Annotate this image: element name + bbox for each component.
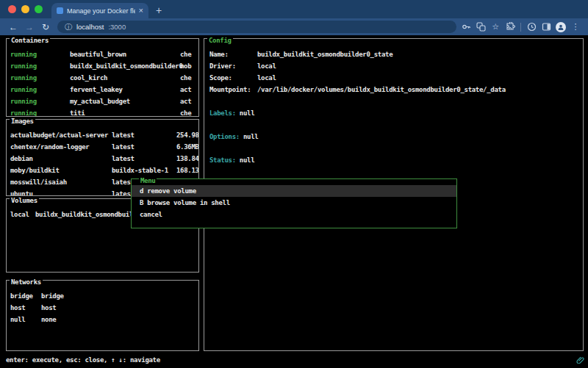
url-host: localhost: [76, 23, 104, 31]
config-field: Driver: local: [204, 60, 583, 72]
connection-link-icon: [576, 356, 584, 365]
menu-dots-icon[interactable]: ⋮: [569, 21, 582, 33]
translate-icon[interactable]: [474, 21, 487, 33]
config-extra: Status: null: [204, 154, 583, 166]
site-info-icon[interactable]: ⓘ: [65, 24, 72, 31]
tab-strip: Manage your Docker fleet wi × +: [0, 0, 588, 18]
status-bar: enter: execute, esc: close, ↑ ↓: navigat…: [6, 354, 160, 366]
zoom-window-button[interactable]: [35, 5, 43, 13]
menu-item-browse-volume[interactable]: B browse volume in shell: [132, 197, 456, 209]
containers-panel-title: Containers: [10, 36, 50, 45]
close-window-button[interactable]: [8, 5, 16, 13]
config-panel-title: Config: [207, 36, 233, 45]
extensions-puzzle-icon[interactable]: [503, 21, 517, 33]
context-menu: d remove volume B browse volume in shell…: [131, 178, 457, 228]
tab-favicon-icon: [57, 7, 63, 14]
config-field: Name: buildx_buildkit_osmondbuilder0_sta…: [204, 48, 583, 60]
browser-tab[interactable]: Manage your Docker fleet wi ×: [51, 3, 148, 18]
profile-avatar[interactable]: [554, 21, 567, 33]
new-tab-button[interactable]: +: [156, 5, 162, 15]
config-extra: Labels: null: [204, 107, 583, 119]
image-row[interactable]: debian latest 138.84MB: [7, 153, 198, 165]
container-row[interactable]: running my_actual_budget act: [7, 95, 198, 107]
image-row[interactable]: moby/buildkit buildx-stable-1 168.13MB: [7, 165, 198, 176]
extension-badge-icon[interactable]: [525, 21, 538, 33]
browser-toolbar: ← → ↻ ⓘ localhost:3000 ☆ ⋮: [0, 18, 588, 35]
back-icon[interactable]: ←: [6, 22, 21, 32]
network-row[interactable]: host host: [7, 302, 198, 314]
containers-panel: running beautiful_brown che running buil…: [6, 38, 199, 117]
image-row[interactable]: chentex/random-logger latest 6.36MB: [7, 141, 198, 153]
terminal-app: running beautiful_brown che running buil…: [0, 35, 588, 368]
bookmark-star-icon[interactable]: ☆: [489, 21, 502, 33]
config-field: Mountpoint: /var/lib/docker/volumes/buil…: [204, 84, 583, 95]
tab-close-icon[interactable]: ×: [139, 7, 143, 15]
volumes-panel-title: Volumes: [10, 196, 39, 205]
container-row[interactable]: running buildx_buildkit_osmondbuilder0 m…: [7, 60, 198, 72]
tab-title: Manage your Docker fleet wi: [67, 7, 135, 15]
address-bar[interactable]: ⓘ localhost:3000: [57, 21, 456, 33]
container-row[interactable]: running fervent_leakey act: [7, 84, 198, 95]
forward-icon[interactable]: →: [22, 22, 37, 32]
image-row[interactable]: actualbudget/actual-server latest 254.98…: [7, 129, 198, 141]
networks-panel-title: Networks: [10, 278, 43, 286]
network-row[interactable]: bridge bridge: [7, 290, 198, 302]
container-row[interactable]: running titi che: [7, 107, 198, 117]
container-row[interactable]: running beautiful_brown che: [7, 48, 198, 60]
toolbar-divider: [520, 23, 521, 32]
reload-icon[interactable]: ↻: [38, 22, 53, 32]
side-panel-icon[interactable]: [539, 21, 553, 33]
networks-panel: bridge bridge host host null none: [6, 280, 199, 351]
network-row[interactable]: null none: [7, 314, 198, 325]
menu-item-remove-volume[interactable]: d remove volume: [132, 185, 456, 197]
browser-window: Manage your Docker fleet wi × + ← → ↻ ⓘ …: [0, 0, 588, 368]
minimize-window-button[interactable]: [21, 5, 29, 13]
config-field: Scope: local: [204, 72, 583, 84]
images-panel-title: Images: [10, 117, 35, 126]
window-controls: [0, 0, 51, 18]
config-extra: Options: null: [204, 131, 583, 142]
password-key-icon[interactable]: [459, 21, 473, 33]
url-port: :3000: [108, 23, 126, 31]
menu-title: Menu: [139, 176, 157, 185]
container-row[interactable]: running cool_kirch che: [7, 72, 198, 84]
menu-item-cancel[interactable]: cancel: [132, 209, 456, 220]
